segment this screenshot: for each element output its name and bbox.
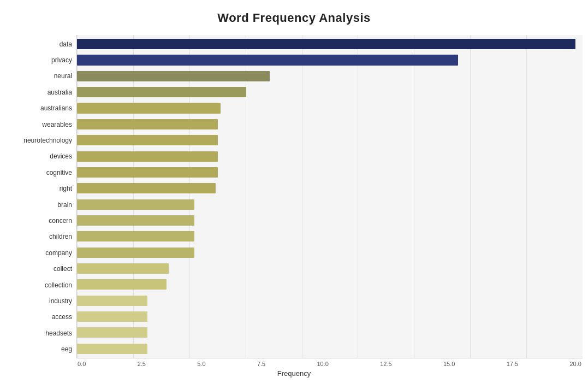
bar-row	[77, 180, 583, 196]
bar	[77, 344, 147, 354]
bar	[77, 263, 169, 274]
y-label: industry	[5, 298, 72, 304]
chart-container: dataprivacyneuralaustraliaaustralianswea…	[5, 35, 583, 378]
y-label: wearables	[5, 121, 72, 128]
y-label: access	[5, 314, 72, 320]
bar	[77, 327, 147, 338]
chart-title: Word Frequency Analysis	[217, 11, 370, 25]
bar-row	[77, 84, 583, 100]
bar-row	[77, 228, 583, 244]
bar-row	[77, 261, 583, 276]
bar-row	[77, 244, 583, 260]
bar-row	[77, 341, 583, 357]
bar	[77, 199, 194, 210]
y-label: headsets	[5, 330, 72, 337]
bar	[77, 119, 218, 129]
x-tick: 12.5	[380, 361, 391, 367]
bar-row	[77, 148, 583, 164]
x-tick: 17.5	[507, 361, 518, 367]
bar	[77, 231, 194, 241]
bar	[77, 296, 147, 306]
y-label: collection	[5, 282, 72, 288]
y-label: privacy	[5, 57, 72, 63]
bar	[77, 151, 218, 162]
y-label: devices	[5, 153, 72, 160]
y-label: company	[5, 250, 72, 256]
bar-row	[77, 52, 583, 68]
y-label: brain	[5, 202, 72, 208]
bar	[77, 279, 167, 290]
x-axis-label: Frequency	[5, 369, 583, 378]
x-tick: 15.0	[443, 361, 455, 367]
y-label: neurotechnology	[5, 137, 72, 144]
y-label: data	[5, 41, 72, 48]
y-label: australians	[5, 105, 72, 111]
bars-wrapper	[77, 35, 583, 358]
x-tick: 10.0	[317, 361, 329, 367]
bar-row	[77, 116, 583, 132]
x-axis: 0.02.55.07.510.012.515.017.520.0	[5, 361, 583, 367]
bar-row	[77, 276, 583, 292]
bar-row	[77, 325, 583, 340]
bar	[77, 87, 246, 97]
x-tick: 0.0	[78, 361, 86, 367]
bar	[77, 248, 194, 258]
bar	[77, 71, 270, 81]
x-tick: 2.5	[138, 361, 146, 367]
x-tick: 20.0	[570, 361, 581, 367]
bars-section	[76, 35, 583, 358]
bar-row	[77, 196, 583, 212]
y-label: cognitive	[5, 169, 72, 176]
bar-row	[77, 213, 583, 228]
bar	[77, 39, 575, 49]
bar	[77, 183, 216, 193]
bar-row	[77, 164, 583, 180]
y-label: collect	[5, 266, 72, 272]
bar	[77, 215, 194, 226]
bar	[77, 55, 458, 65]
x-tick: 7.5	[257, 361, 265, 367]
bar	[77, 103, 221, 113]
bar-row	[77, 309, 583, 325]
x-tick-container: 0.02.55.07.510.012.515.017.520.0	[76, 361, 583, 367]
bar-row	[77, 293, 583, 309]
y-label: neural	[5, 73, 72, 79]
y-label: children	[5, 233, 72, 240]
bar	[77, 167, 218, 178]
bar-row	[77, 132, 583, 148]
bar-row	[77, 36, 583, 52]
y-label: australia	[5, 89, 72, 96]
y-axis-labels: dataprivacyneuralaustraliaaustralianswea…	[5, 35, 76, 358]
y-label: concern	[5, 217, 72, 224]
bar-row	[77, 100, 583, 116]
y-label: right	[5, 185, 72, 192]
bar	[77, 311, 147, 322]
bar	[77, 135, 218, 145]
y-label: eeg	[5, 346, 72, 352]
bar-row	[77, 68, 583, 84]
x-tick: 5.0	[197, 361, 205, 367]
chart-area: dataprivacyneuralaustraliaaustralianswea…	[5, 35, 583, 358]
